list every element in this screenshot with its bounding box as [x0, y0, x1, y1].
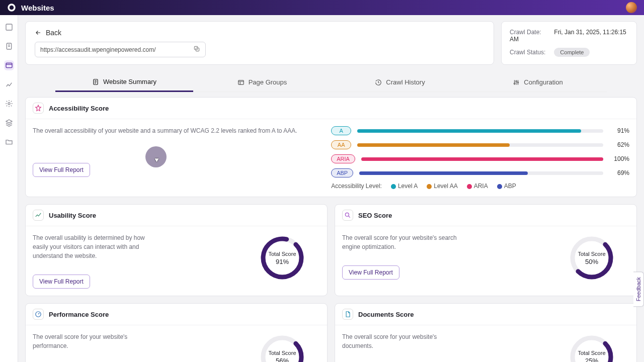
bar-track: [361, 157, 603, 161]
level-pill: AA: [331, 140, 351, 149]
back-label: Back: [46, 29, 61, 37]
bar-track: [357, 129, 603, 133]
card-title: SEO Score: [358, 212, 392, 219]
score-value: 25%: [585, 357, 598, 363]
seo-desc: The overall score for your website's sea…: [342, 233, 463, 251]
bar-track: [357, 143, 603, 147]
gauge-icon: [33, 309, 44, 320]
bar-row-abp: ABP69%: [331, 168, 629, 177]
performance-donut: Total Score56%: [260, 334, 305, 362]
history-icon: [375, 79, 382, 86]
view-full-report-button[interactable]: View Full Report: [33, 163, 90, 177]
score-label: Total Score: [578, 350, 605, 356]
score-label: Total Score: [268, 251, 296, 257]
documents-donut: Total Score25%: [569, 334, 614, 362]
star-icon: [33, 103, 44, 114]
crawl-status-badge: Complete: [554, 48, 590, 57]
nav-dashboard-icon[interactable]: [4, 22, 14, 32]
svg-point-11: [518, 81, 519, 82]
tab-label: Configuration: [524, 78, 562, 86]
legend-item: Level AA: [427, 183, 457, 190]
nav-reports-icon[interactable]: [4, 41, 14, 51]
card-title: Documents Score: [358, 311, 414, 318]
score-label: Total Score: [268, 350, 296, 356]
tab-page-groups[interactable]: Page Groups: [193, 73, 331, 92]
accessibility-bars: A91%AA62%ARIA100%ABP69%Accessibility Lev…: [331, 126, 629, 190]
score-value: 50%: [585, 258, 598, 265]
copy-icon[interactable]: [193, 45, 200, 54]
documents-card: Documents Score The overall score for yo…: [335, 303, 637, 362]
url-input[interactable]: https://accessaudit.wpenginepowered.com/: [35, 42, 206, 57]
legend-item: Level A: [391, 183, 418, 190]
url-text: https://accessaudit.wpenginepowered.com/: [40, 46, 155, 53]
card-title: Performance Score: [49, 311, 109, 318]
svg-point-9: [514, 83, 515, 84]
tab-configuration[interactable]: Configuration: [469, 73, 607, 92]
nav-folder-icon[interactable]: [4, 137, 14, 147]
url-card: Back https://accessaudit.wpenginepowered…: [25, 21, 494, 65]
feedback-tab[interactable]: Feedback: [633, 272, 644, 307]
documents-desc: The overall score for your website's doc…: [342, 332, 463, 350]
score-value: 56%: [276, 357, 289, 363]
nav-layers-icon[interactable]: [4, 118, 14, 128]
legend-item: ARIA: [467, 183, 488, 190]
bar-track: [359, 171, 603, 175]
score-label: Total Score: [578, 251, 605, 257]
accessibility-legend: Accessibility Level:Level ALevel AAARIAA…: [331, 183, 629, 190]
app-logo-icon: [7, 3, 16, 12]
document-icon: [342, 309, 353, 320]
legend-label: Accessibility Level:: [331, 183, 382, 190]
card-title: Usability Score: [49, 212, 96, 219]
usability-donut: Total Score91%: [260, 235, 305, 281]
accessibility-desc: The overall accessibility of your websit…: [33, 126, 316, 135]
tabs: Website Summary Page Groups Crawl Histor…: [55, 73, 607, 92]
seo-donut: Total Score50%: [569, 235, 614, 281]
accessibility-card: Accessibility Score The overall accessib…: [25, 97, 637, 197]
bar-row-a: A91%: [331, 126, 629, 135]
nav-settings-icon[interactable]: [4, 99, 14, 109]
sidebar: [0, 15, 18, 362]
topbar: Websites: [0, 0, 644, 15]
tab-website-summary[interactable]: Website Summary: [55, 73, 193, 92]
svg-rect-1: [6, 24, 12, 30]
groups-icon: [237, 79, 245, 86]
user-avatar[interactable]: [626, 2, 637, 13]
svg-point-14: [345, 213, 349, 216]
level-pill: A: [331, 126, 351, 135]
trend-icon: [33, 210, 44, 221]
crawl-status-label: Crawl Status:: [510, 49, 552, 56]
view-full-report-button[interactable]: View Full Report: [342, 265, 399, 280]
svg-point-4: [8, 103, 10, 105]
tab-crawl-history[interactable]: Crawl History: [331, 73, 469, 92]
arrow-left-icon: [35, 29, 42, 36]
nav-analytics-icon[interactable]: [4, 79, 14, 89]
bar-percent: 100%: [609, 155, 629, 162]
crawl-date-label: Crawl Date:: [510, 29, 552, 36]
view-full-report-button[interactable]: View Full Report: [33, 275, 90, 289]
level-pill: ABP: [331, 168, 353, 177]
usability-desc: The overall usability is determined by h…: [33, 233, 153, 260]
search-icon: [342, 210, 353, 221]
bar-row-aria: ARIA100%: [331, 154, 629, 163]
svg-rect-3: [6, 63, 12, 67]
bar-row-aa: AA62%: [331, 140, 629, 149]
level-pill: ARIA: [331, 154, 355, 163]
usability-card: Usability Score The overall usability is…: [25, 204, 328, 296]
tab-label: Website Summary: [103, 78, 156, 85]
card-title: Accessibility Score: [49, 105, 109, 112]
score-value: 91%: [276, 258, 289, 265]
seo-card: SEO Score The overall score for your web…: [335, 204, 637, 296]
bar-percent: 62%: [609, 141, 629, 148]
tab-label: Crawl History: [386, 78, 425, 86]
svg-point-10: [516, 80, 517, 81]
page-title: Websites: [21, 4, 54, 12]
summary-icon: [92, 78, 99, 85]
back-button[interactable]: Back: [35, 29, 61, 37]
performance-card: Performance Score The overall score for …: [25, 303, 328, 362]
tab-label: Page Groups: [249, 78, 287, 86]
bar-percent: 91%: [609, 127, 629, 134]
performance-desc: The overall score for your website's per…: [33, 332, 153, 350]
svg-rect-8: [238, 80, 244, 84]
nav-websites-icon[interactable]: [4, 60, 14, 70]
legend-item: ABP: [497, 183, 516, 190]
